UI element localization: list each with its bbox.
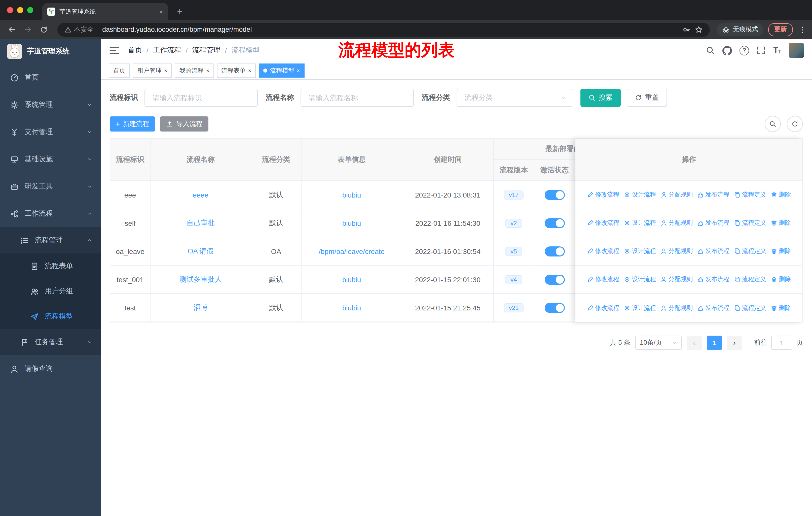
process-definition-link[interactable]: 流程定义 xyxy=(734,190,766,199)
process-definition-link[interactable]: 流程定义 xyxy=(734,219,766,227)
delete-link[interactable]: 删除 xyxy=(771,219,791,227)
sidebar-item-user-group[interactable]: 用户分组 xyxy=(0,279,101,304)
sidebar-item-home[interactable]: 首页 xyxy=(0,64,101,91)
process-name-link[interactable]: 滔博 xyxy=(194,303,208,312)
sidebar-item-system[interactable]: 系统管理 xyxy=(0,91,101,118)
breadcrumb-workflow[interactable]: 工作流程 xyxy=(153,46,181,55)
browser-menu-icon[interactable]: ⋮ xyxy=(798,25,807,34)
edit-process-link[interactable]: 修改流程 xyxy=(587,219,619,227)
publish-process-link[interactable]: 发布流程 xyxy=(697,219,729,227)
font-size-icon[interactable]: TT xyxy=(773,46,781,54)
edit-process-link[interactable]: 修改流程 xyxy=(587,304,619,312)
design-process-link[interactable]: 设计流程 xyxy=(624,247,656,255)
toggle-search-button[interactable] xyxy=(765,116,781,132)
process-name-link[interactable]: OA 请假 xyxy=(188,247,214,256)
edit-process-link[interactable]: 修改流程 xyxy=(587,190,619,199)
close-window-button[interactable] xyxy=(7,7,13,13)
delete-link[interactable]: 删除 xyxy=(771,247,791,255)
close-icon[interactable]: × xyxy=(206,68,209,73)
assign-rule-link[interactable]: 分配规则 xyxy=(661,190,693,199)
design-process-link[interactable]: 设计流程 xyxy=(624,275,656,284)
import-process-button[interactable]: 导入流程 xyxy=(160,116,208,132)
forward-button[interactable] xyxy=(21,23,34,36)
close-icon[interactable]: × xyxy=(248,68,252,73)
breadcrumb-process-management[interactable]: 流程管理 xyxy=(192,46,221,55)
assign-rule-link[interactable]: 分配规则 xyxy=(661,275,693,284)
active-toggle[interactable] xyxy=(545,190,564,200)
refresh-table-button[interactable] xyxy=(787,116,803,132)
create-process-button[interactable]: + 新建流程 xyxy=(110,116,155,132)
page-number-1[interactable]: 1 xyxy=(707,335,722,350)
process-definition-link[interactable]: 流程定义 xyxy=(734,247,766,255)
active-toggle[interactable] xyxy=(545,246,564,256)
hamburger-icon[interactable] xyxy=(109,45,120,56)
update-browser-button[interactable]: 更新 xyxy=(768,23,793,36)
edit-process-link[interactable]: 修改流程 xyxy=(587,247,619,255)
tag-my-process[interactable]: 我的流程 × xyxy=(175,63,214,78)
publish-process-link[interactable]: 发布流程 xyxy=(697,304,729,312)
sidebar-item-pay[interactable]: 支付管理 xyxy=(0,118,101,146)
assign-rule-link[interactable]: 分配规则 xyxy=(661,219,693,227)
tag-process-model[interactable]: 流程模型 × xyxy=(259,63,304,78)
browser-tab[interactable]: 芋道管理系统 × xyxy=(42,3,168,20)
back-button[interactable] xyxy=(5,23,18,36)
search-icon[interactable] xyxy=(706,46,715,55)
github-icon[interactable] xyxy=(722,46,732,55)
assign-rule-link[interactable]: 分配规则 xyxy=(661,304,693,312)
edit-process-link[interactable]: 修改流程 xyxy=(587,275,619,284)
filter-key-input[interactable] xyxy=(144,89,258,107)
form-info-link[interactable]: /bpm/oa/leave/create xyxy=(319,247,385,255)
process-name-link[interactable]: eeee xyxy=(193,191,208,199)
sidebar-item-process-model[interactable]: 流程模型 xyxy=(0,304,101,329)
process-definition-link[interactable]: 流程定义 xyxy=(734,275,766,284)
next-page-button[interactable]: › xyxy=(727,335,742,350)
sidebar-item-dev-tools[interactable]: 研发工具 xyxy=(0,173,101,200)
form-info-link[interactable]: biubiu xyxy=(342,191,361,199)
publish-process-link[interactable]: 发布流程 xyxy=(697,190,729,199)
form-info-link[interactable]: biubiu xyxy=(342,275,361,283)
publish-process-link[interactable]: 发布流程 xyxy=(697,275,729,284)
maximize-window-button[interactable] xyxy=(27,7,33,13)
search-button[interactable]: 搜索 xyxy=(580,89,621,107)
tag-tenant[interactable]: 租户管理 × xyxy=(133,63,172,78)
active-toggle[interactable] xyxy=(545,218,564,228)
filter-name-input[interactable] xyxy=(300,89,414,107)
tag-home[interactable]: 首页 xyxy=(109,63,130,78)
help-icon[interactable]: ? xyxy=(740,46,749,55)
reset-button[interactable]: 重置 xyxy=(627,89,667,107)
breadcrumb-home[interactable]: 首页 xyxy=(128,46,142,55)
sidebar-item-leave-query[interactable]: 请假查询 xyxy=(0,355,101,382)
form-info-link[interactable]: biubiu xyxy=(342,219,361,227)
security-chip[interactable]: 不安全 xyxy=(64,25,94,34)
active-toggle[interactable] xyxy=(545,274,564,284)
goto-page-input[interactable] xyxy=(771,335,792,350)
publish-process-link[interactable]: 发布流程 xyxy=(697,247,729,255)
avatar[interactable] xyxy=(789,43,804,58)
filter-category-select[interactable]: 流程分类 xyxy=(457,89,572,107)
tab-close-icon[interactable]: × xyxy=(159,8,163,16)
reload-button[interactable] xyxy=(37,23,50,36)
minimize-window-button[interactable] xyxy=(17,7,23,13)
form-info-link[interactable]: biubiu xyxy=(342,304,361,312)
close-icon[interactable]: × xyxy=(164,68,167,73)
page-size-select[interactable]: 10条/页 xyxy=(635,335,682,350)
bookmark-star-icon[interactable] xyxy=(695,25,703,33)
prev-page-button[interactable]: ‹ xyxy=(687,335,702,350)
delete-link[interactable]: 删除 xyxy=(771,275,791,284)
sidebar-item-workflow[interactable]: 工作流程 xyxy=(0,200,101,227)
fullscreen-icon[interactable] xyxy=(757,46,766,55)
delete-link[interactable]: 删除 xyxy=(771,190,791,199)
sidebar-item-process-form[interactable]: 流程表单 xyxy=(0,253,101,279)
assign-rule-link[interactable]: 分配规则 xyxy=(661,247,693,255)
design-process-link[interactable]: 设计流程 xyxy=(624,190,656,199)
delete-link[interactable]: 删除 xyxy=(771,304,791,312)
address-bar[interactable]: 不安全 dashboard.yudao.iocoder.cn/bpm/manag… xyxy=(57,22,710,36)
close-icon[interactable]: × xyxy=(297,68,300,73)
process-name-link[interactable]: 自己审批 xyxy=(186,218,215,227)
design-process-link[interactable]: 设计流程 xyxy=(624,219,656,227)
sidebar-item-infra[interactable]: 基础设施 xyxy=(0,146,101,173)
sidebar-item-process-management[interactable]: 流程管理 xyxy=(0,227,101,253)
active-toggle[interactable] xyxy=(545,303,564,313)
sidebar-item-task-management[interactable]: 任务管理 xyxy=(0,329,101,355)
design-process-link[interactable]: 设计流程 xyxy=(624,304,656,312)
